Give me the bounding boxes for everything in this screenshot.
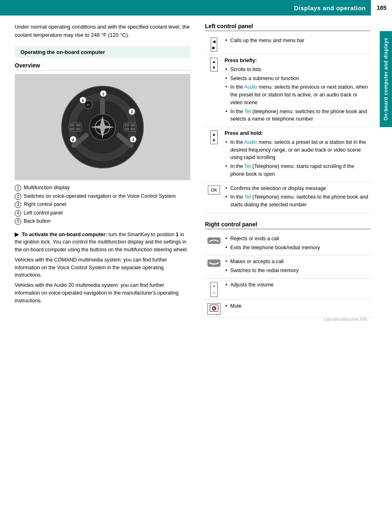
activate-para-1: ▶ To activate the on-board computer: tur…	[15, 231, 190, 254]
list-item: Mute	[225, 302, 369, 310]
operating-box: Operating the on-board computer	[15, 46, 190, 58]
right-control-table: Rejects or ends a call Exits the telepho…	[205, 232, 371, 318]
ok-button-icon: OK	[208, 186, 220, 195]
svg-text:🔇: 🔇	[212, 306, 217, 311]
vol-minus-icon: −	[213, 289, 215, 296]
icon-cell-vol: + −	[205, 278, 223, 300]
lr-arrows-icon: ◀ ▶	[211, 38, 217, 51]
ud-brief-bullets: Scrolls in lists Selects a submenu or fu…	[225, 66, 369, 123]
audio-teal-2: Audio	[244, 139, 257, 145]
table-row: OK Confirms the selection or display mes…	[205, 182, 371, 212]
right-arrow-icon: ▶	[212, 45, 216, 51]
left-control-panel-title: Left control panel	[205, 23, 371, 31]
mute-icon: 🔇	[207, 303, 220, 315]
ud-hold-bullets: In the Audio menu: selects a preset list…	[225, 139, 369, 178]
main-content: Under normal operating conditions and wi…	[0, 16, 392, 326]
icon-cell-phone-accept	[205, 255, 223, 279]
legend-num-4: 4	[15, 210, 21, 217]
legend-item-3: 3 Right control panel	[15, 201, 190, 208]
icon-cell-ud1: ▲ ▼	[205, 54, 223, 127]
ud-arrows-icon-1: ▲ ▼	[210, 58, 218, 72]
down-arrow-icon-2: ▼	[212, 137, 216, 143]
list-item: Exits the telephone book/redial memory	[225, 244, 369, 252]
table-row: Makes or accepts a call Switches to the …	[205, 255, 371, 279]
press-briefly-label: Press briefly:	[225, 57, 369, 65]
phone-accept-bullets: Makes or accepts a call Switches to the …	[225, 258, 369, 275]
ok-bullets: Confirms the selection or display messag…	[225, 185, 369, 209]
phone-end-bullets: Rejects or ends a call Exits the telepho…	[225, 235, 369, 252]
audio-teal-1: Audio	[244, 84, 257, 90]
legend-num-3: 3	[15, 201, 21, 208]
desc-cell-ud1: Press briefly: Scrolls in lists Selects …	[223, 54, 371, 127]
svg-rect-16	[130, 124, 135, 127]
svg-rect-11	[76, 124, 80, 127]
tel-teal-1: Tel	[245, 109, 251, 114]
table-row: Rejects or ends a call Exits the telepho…	[205, 232, 371, 255]
list-item: Scrolls in lists	[225, 66, 369, 74]
volume-icon: + −	[210, 282, 218, 297]
legend-text-5: Back button	[24, 218, 51, 225]
svg-text:5: 5	[82, 98, 84, 103]
down-arrow-icon: ▼	[212, 65, 216, 71]
intro-text: Under normal operating conditions and wi…	[15, 23, 190, 39]
svg-rect-17	[125, 127, 129, 130]
activate-section: ▶ To activate the on-board computer: tur…	[15, 231, 190, 305]
svg-rect-10	[70, 124, 75, 127]
table-row: 🔇 Mute	[205, 300, 371, 317]
left-control-table: ◀ ▶ Calls up the menu and menu bar	[205, 34, 371, 213]
list-item: Confirms the selection or display messag…	[225, 185, 369, 192]
legend-item-5: 5 Back button	[15, 218, 190, 225]
steering-wheel-svg: ↩ 1 2 3 4 5	[58, 82, 147, 172]
legend-item-2: 2 Switches on voice-operated navigation …	[15, 193, 190, 200]
svg-text:↩: ↩	[87, 103, 90, 107]
up-arrow-icon: ▲	[212, 58, 216, 65]
list-item: Makes or accepts a call	[225, 258, 369, 266]
legend-text-3: Right control panel	[24, 201, 66, 208]
list-item: In the Tel (Telephone) menu: switches to…	[225, 193, 369, 209]
svg-rect-15	[125, 124, 129, 127]
desc-cell-phone-end: Rejects or ends a call Exits the telepho…	[223, 232, 371, 255]
icon-cell-lr: ◀ ▶	[205, 34, 223, 54]
desc-cell-phone-accept: Makes or accepts a call Switches to the …	[223, 255, 371, 279]
legend-item-1: 1 Multifunction display	[15, 184, 190, 192]
table-row: ▲ ▼ Press and hold: In the Audio menu: s…	[205, 127, 371, 182]
activate-text-2: Vehicles with the COMAND multimedia syst…	[15, 257, 167, 278]
list-item: In the Audio menu: selects a preset list…	[225, 139, 369, 161]
legend: 1 Multifunction display 2 Switches on vo…	[15, 184, 190, 225]
left-arrow-icon: ◀	[212, 38, 216, 45]
icon-cell-ok: OK	[205, 182, 223, 212]
vol-bullets: Adjusts the volume	[225, 281, 369, 289]
desc-cell-ud2: Press and hold: In the Audio menu: selec…	[223, 127, 371, 182]
legend-text-2: Switches on voice-operated navigation or…	[24, 193, 176, 200]
desc-cell-vol: Adjusts the volume	[223, 278, 371, 300]
desc-cell-mute: Mute	[223, 300, 371, 317]
header-title-area: Displays and operation	[0, 0, 371, 16]
icon-cell-phone-end	[205, 232, 223, 255]
legend-text-4: Left control panel	[24, 210, 63, 217]
list-item: Adjusts the volume	[225, 281, 369, 289]
icon-cell-ud2: ▲ ▼	[205, 127, 223, 182]
svg-rect-13	[76, 127, 80, 130]
list-item: In the Tel (Telephone) menu: starts rapi…	[225, 163, 369, 178]
right-control-panel-title: Right control panel	[205, 221, 371, 229]
svg-text:1: 1	[102, 92, 104, 96]
mute-svg: 🔇	[209, 304, 218, 312]
legend-text-1: Multifunction display	[24, 184, 70, 192]
table-row: + − Adjusts the volume	[205, 278, 371, 300]
svg-text:2: 2	[131, 110, 133, 114]
left-column: Under normal operating conditions and wi…	[0, 23, 200, 326]
up-arrow-icon-2: ▲	[212, 131, 216, 137]
activate-para-3: Vehicles with the Audio 20 multimedia sy…	[15, 282, 190, 304]
tel-teal-3: Tel	[245, 194, 251, 200]
legend-num-1: 1	[15, 185, 21, 191]
right-column: Left control panel ◀ ▶ Calls	[200, 23, 392, 326]
legend-item-4: 4 Left control panel	[15, 210, 190, 217]
legend-num-2: 2	[15, 193, 21, 200]
list-item: Selects a submenu or function	[225, 75, 369, 83]
list-item: Rejects or ends a call	[225, 235, 369, 243]
activate-bold: To activate the on-board computer:	[22, 232, 107, 237]
list-item: Calls up the menu and menu bar	[225, 37, 369, 45]
desc-cell-ok: Confirms the selection or display messag…	[223, 182, 371, 212]
phone-end-icon	[207, 236, 221, 245]
list-item: Switches to the redial memory	[225, 267, 369, 275]
